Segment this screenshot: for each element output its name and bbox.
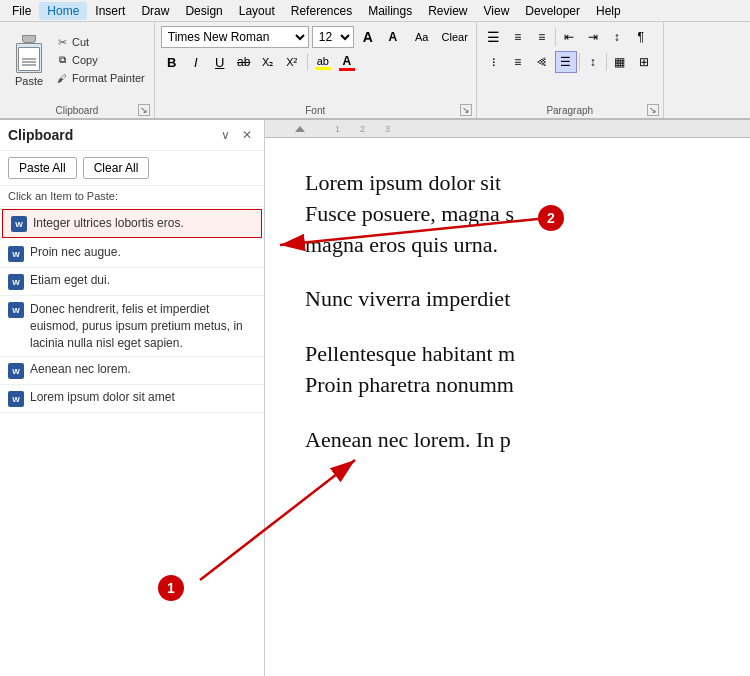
clipboard-section-label: Clipboard [0,105,154,116]
document-page[interactable]: Lorem ipsum dolor sitFusce posuere, magn… [265,138,750,676]
align-center-button[interactable]: ≡ [507,51,529,73]
clip-item-text: Proin nec augue. [30,245,121,259]
clip-item-text: Lorem ipsum dolor sit amet [30,390,175,404]
list-item[interactable]: W Lorem ipsum dolor sit amet [0,385,264,413]
menu-home[interactable]: Home [39,2,87,20]
clear-formatting-button[interactable]: Clear [440,26,470,48]
menu-help[interactable]: Help [588,2,629,20]
list-item[interactable]: W Aenean nec lorem. [0,357,264,385]
clip-item-text: Aenean nec lorem. [30,362,131,376]
word-doc-icon: W [11,216,27,232]
list-item[interactable]: W Etiam eget dui. [0,268,264,296]
doc-paragraph-1: Lorem ipsum dolor sitFusce posuere, magn… [305,168,720,260]
format-painter-button[interactable]: 🖌 Format Painter [52,70,148,86]
menu-developer[interactable]: Developer [517,2,588,20]
paste-icon [11,33,47,73]
font-shrink-button[interactable]: A [382,26,404,48]
clip-item-text: Integer ultrices lobortis eros. [33,215,184,232]
align-right-button[interactable]: ⫷ [531,51,553,73]
copy-icon: ⧉ [55,53,69,67]
doc-paragraph-2: Nunc viverra imperdiet [305,284,720,315]
paragraph-section-label: Paragraph [477,105,663,116]
doc-paragraph-4: Aenean nec lorem. In p [305,425,720,456]
cut-button[interactable]: ✂ Cut [52,34,148,50]
paragraph-expand-button[interactable]: ↘ [647,104,659,116]
subscript-button[interactable]: X₂ [257,51,279,73]
align-left-button[interactable]: ⫶ [483,51,505,73]
annotation-circle-1: 1 [158,575,184,601]
paint-brush-icon: 🖌 [55,71,69,85]
menu-design[interactable]: Design [177,2,230,20]
clip-item-text: Etiam eget dui. [30,273,110,287]
numbered-list-button[interactable]: ≡ [507,26,529,48]
panel-collapse-button[interactable]: ∨ [216,126,234,144]
justify-button[interactable]: ☰ [555,51,577,73]
font-color-button[interactable]: A [336,51,358,73]
font-size-select[interactable]: 12 10 14 [312,26,354,48]
ribbon-clipboard-section: Paste ✂ Cut ⧉ Copy 🖌 Format Painter [0,22,155,118]
document-area: 123 Lorem ipsum dolor sitFusce posuere, … [265,120,750,676]
font-grow-button[interactable]: A [357,26,379,48]
cut-label: Cut [72,36,89,48]
line-spacing-button[interactable]: ↕ [582,51,604,73]
menu-bar: File Home Insert Draw Design Layout Refe… [0,0,750,22]
shading-button[interactable]: ▦ [609,51,631,73]
bullets-button[interactable]: ☰ [483,26,505,48]
word-doc-icon: W [8,274,24,290]
ribbon-paragraph-section: ☰ ≡ ≡ ⇤ ⇥ ↕ ¶ ⫶ ≡ ⫷ ☰ ↕ ▦ ⊞ Paragraph [477,22,664,118]
underline-button[interactable]: U [209,51,231,73]
menu-insert[interactable]: Insert [87,2,133,20]
word-doc-icon: W [8,391,24,407]
ribbon-font-section: Times New Roman Arial Calibri 12 10 14 A… [155,22,477,118]
paste-label: Paste [15,75,43,87]
paste-button[interactable]: Paste [6,26,52,94]
superscript-button[interactable]: X² [281,51,303,73]
menu-references[interactable]: References [283,2,360,20]
borders-button[interactable]: ⊞ [633,51,655,73]
annotation-circle-2: 2 [538,205,564,231]
menu-file[interactable]: File [4,2,39,20]
ruler: 123 [265,120,750,138]
paste-all-button[interactable]: Paste All [8,157,77,179]
app-window: File Home Insert Draw Design Layout Refe… [0,0,750,676]
word-doc-icon: W [8,302,24,318]
text-highlight-button[interactable]: ab [312,51,334,73]
panel-title: Clipboard [8,127,73,143]
clip-item-text: Donec hendrerit, felis et imperdiet euis… [30,301,256,351]
font-name-select[interactable]: Times New Roman Arial Calibri [161,26,309,48]
scissors-icon: ✂ [55,35,69,49]
panel-close-button[interactable]: ✕ [238,126,256,144]
sort-button[interactable]: ↕ [606,26,628,48]
menu-draw[interactable]: Draw [133,2,177,20]
font-section-label: Font [155,105,476,116]
multilevel-list-button[interactable]: ≡ [531,26,553,48]
change-case-button[interactable]: Aa [407,26,437,48]
italic-button[interactable]: I [185,51,207,73]
increase-indent-button[interactable]: ⇥ [582,26,604,48]
word-doc-icon: W [8,363,24,379]
menu-mailings[interactable]: Mailings [360,2,420,20]
list-item[interactable]: W Donec hendrerit, felis et imperdiet eu… [0,296,264,357]
panel-hint: Click an Item to Paste: [8,190,118,202]
decrease-indent-button[interactable]: ⇤ [558,26,580,48]
doc-paragraph-3: Pellentesque habitant mProin pharetra no… [305,339,720,401]
clipboard-expand-button[interactable]: ↘ [138,104,150,116]
menu-view[interactable]: View [476,2,518,20]
clear-all-button[interactable]: Clear All [83,157,150,179]
show-marks-button[interactable]: ¶ [630,26,652,48]
bold-button[interactable]: B [161,51,183,73]
format-painter-label: Format Painter [72,72,145,84]
main-layout: Clipboard ∨ ✕ Paste All Clear All Click … [0,120,750,676]
ribbon: Paste ✂ Cut ⧉ Copy 🖌 Format Painter [0,22,750,120]
strikethrough-button[interactable]: ab [233,51,255,73]
clipboard-panel: Clipboard ∨ ✕ Paste All Clear All Click … [0,120,265,676]
list-item[interactable]: W Integer ultrices lobortis eros. [2,209,262,238]
font-expand-button[interactable]: ↘ [460,104,472,116]
word-doc-icon: W [8,246,24,262]
menu-review[interactable]: Review [420,2,475,20]
copy-button[interactable]: ⧉ Copy [52,52,148,68]
copy-label: Copy [72,54,98,66]
list-item[interactable]: W Proin nec augue. [0,240,264,268]
clipboard-items-list: W Integer ultrices lobortis eros. W Proi… [0,207,264,676]
menu-layout[interactable]: Layout [231,2,283,20]
